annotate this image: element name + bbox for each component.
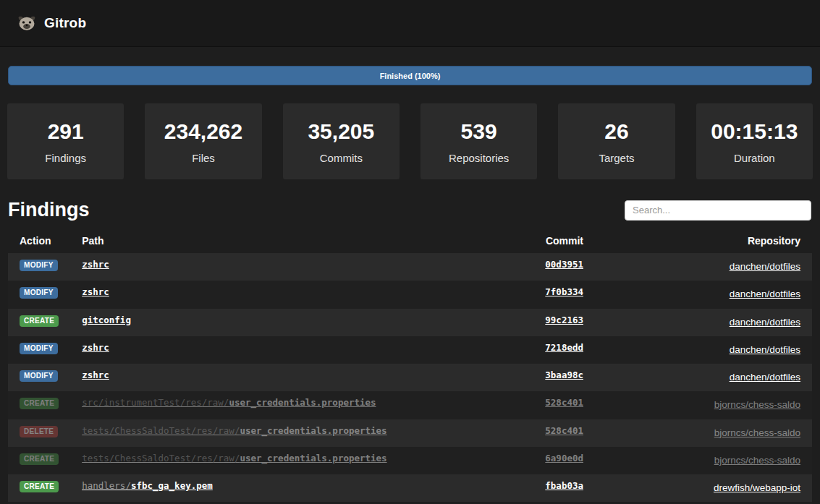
- stat-card-findings: 291 Findings: [7, 103, 124, 179]
- stat-value: 26: [604, 119, 628, 144]
- stat-label: Findings: [45, 152, 86, 164]
- repository-link[interactable]: danchen/dotfiles: [730, 372, 800, 383]
- stat-value: 539: [461, 119, 497, 144]
- finding-row: MODIFY zshrc 7218edd danchen/dotfiles: [8, 336, 812, 364]
- commit-link[interactable]: 6a90e0d: [545, 453, 583, 464]
- path-link[interactable]: zshrc: [82, 259, 109, 270]
- findings-table: Action Path Commit Repository MODIFY zsh…: [8, 228, 812, 504]
- column-header-action: Action: [8, 228, 70, 253]
- action-badge: MODIFY: [20, 287, 58, 299]
- stats-row: 291 Findings 234,262 Files 35,205 Commit…: [7, 103, 813, 179]
- commit-link[interactable]: 3baa98c: [545, 370, 583, 380]
- path-link[interactable]: src/instrumentTest/res/raw/user_credenti…: [82, 397, 376, 408]
- stat-value: 291: [48, 119, 84, 144]
- stat-label: Repositories: [449, 152, 509, 164]
- finding-row-muted: DELETE tests/ChessSaldoTest/res/raw/user…: [8, 419, 812, 447]
- stat-card-files: 234,262 Files: [145, 103, 261, 179]
- finding-row-muted: CREATE tests/ChessSaldoTest/res/raw/user…: [8, 447, 812, 474]
- finding-row: MODIFY zshrc 7f0b334 danchen/dotfiles: [8, 281, 812, 308]
- stat-card-targets: 26 Targets: [558, 103, 675, 179]
- commit-link[interactable]: 99c2163: [545, 315, 583, 325]
- stat-label: Commits: [320, 152, 363, 164]
- stat-value: 234,262: [164, 119, 242, 144]
- path-link[interactable]: zshrc: [82, 342, 109, 353]
- repository-link[interactable]: danchen/dotfiles: [730, 344, 800, 355]
- repository-link[interactable]: danchen/dotfiles: [730, 261, 800, 272]
- commit-link[interactable]: 7f0b334: [545, 286, 583, 297]
- commit-link[interactable]: fbab03a: [545, 480, 583, 491]
- action-badge: MODIFY: [20, 260, 58, 271]
- finding-row: MODIFY zshrc 3baa98c danchen/dotfiles: [8, 364, 812, 391]
- finding-row: CREATE handlers/sfbc_ga_key.pem fbab03a …: [8, 474, 812, 502]
- search-input[interactable]: [625, 200, 811, 221]
- progress-fill: Finished (100%): [8, 66, 812, 85]
- stat-label: Files: [192, 152, 215, 164]
- progress-bar: Finished (100%): [8, 66, 812, 85]
- action-badge: MODIFY: [20, 343, 58, 354]
- stat-card-commits: 35,205 Commits: [283, 103, 400, 179]
- repository-link[interactable]: bjorncs/chess-saldo: [714, 399, 800, 410]
- path-link[interactable]: tests/ChessSaldoTest/res/raw/user_creden…: [82, 425, 386, 436]
- pug-logo-icon: [16, 14, 38, 32]
- action-badge: DELETE: [20, 426, 58, 437]
- stat-label: Targets: [599, 152, 634, 164]
- progress-label: Finished (100%): [380, 72, 441, 80]
- repository-link[interactable]: bjorncs/chess-saldo: [714, 455, 800, 466]
- commit-link[interactable]: 528c401: [545, 425, 583, 436]
- action-badge: CREATE: [20, 481, 59, 492]
- action-badge: MODIFY: [20, 370, 58, 382]
- path-link[interactable]: gitconfig: [82, 315, 131, 325]
- repository-link[interactable]: danchen/dotfiles: [730, 289, 800, 299]
- brand-text: Gitrob: [44, 15, 86, 31]
- column-header-repository: Repository: [595, 228, 812, 253]
- finding-row: MODIFY zshrc 00d3951 danchen/dotfiles: [8, 253, 812, 281]
- findings-header: Findings: [8, 199, 811, 221]
- navbar: Gitrob: [0, 0, 820, 47]
- repository-link[interactable]: drewfish/webapp-iot: [714, 482, 800, 493]
- stat-value: 00:15:13: [711, 119, 798, 144]
- stat-card-repositories: 539 Repositories: [420, 103, 537, 179]
- stat-card-duration: 00:15:13 Duration: [696, 103, 813, 179]
- finding-row: CREATE gitconfig 99c2163 danchen/dotfile…: [8, 309, 812, 336]
- action-badge: CREATE: [20, 398, 59, 409]
- repository-link[interactable]: bjorncs/chess-saldo: [714, 427, 800, 438]
- repository-link[interactable]: danchen/dotfiles: [730, 317, 800, 328]
- commit-link[interactable]: 528c401: [545, 397, 583, 408]
- table-header-row: Action Path Commit Repository: [8, 228, 812, 253]
- path-link[interactable]: zshrc: [82, 370, 109, 380]
- brand-link[interactable]: Gitrob: [16, 14, 86, 32]
- action-badge: CREATE: [20, 453, 59, 465]
- action-badge: CREATE: [20, 315, 59, 327]
- commit-link[interactable]: 7218edd: [545, 342, 583, 353]
- stat-value: 35,205: [308, 119, 374, 144]
- finding-row-muted: CREATE src/instrumentTest/res/raw/user_c…: [8, 391, 812, 419]
- path-link[interactable]: tests/ChessSaldoTest/res/raw/user_creden…: [82, 453, 386, 464]
- column-header-path: Path: [70, 228, 497, 253]
- commit-link[interactable]: 00d3951: [545, 259, 583, 270]
- stat-label: Duration: [734, 152, 775, 164]
- column-header-commit: Commit: [497, 228, 595, 253]
- path-link[interactable]: zshrc: [82, 286, 109, 297]
- path-link[interactable]: handlers/sfbc_ga_key.pem: [82, 480, 213, 491]
- page-title: Findings: [8, 199, 89, 221]
